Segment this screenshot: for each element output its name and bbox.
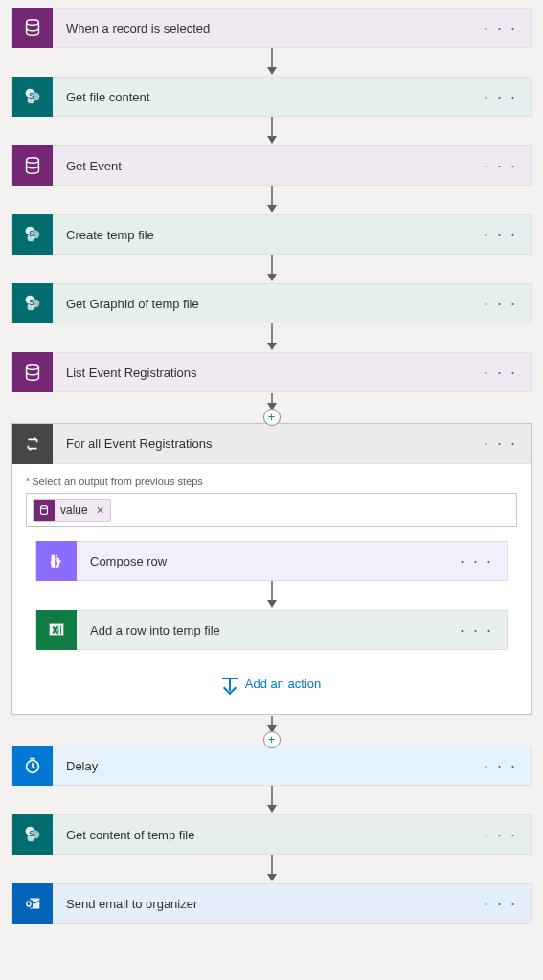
- sharepoint-icon: S: [12, 283, 53, 323]
- outlook-icon: [12, 883, 53, 924]
- foreach-body: *Select an output from previous steps va…: [12, 464, 531, 697]
- step-menu-button[interactable]: · · ·: [470, 756, 531, 776]
- svg-rect-31: [50, 624, 64, 636]
- step-title: List Event Registrations: [53, 366, 470, 380]
- step-foreach[interactable]: For all Event Registrations · · ·: [12, 424, 531, 464]
- svg-point-27: [41, 506, 48, 509]
- svg-marker-30: [267, 600, 277, 608]
- connector-arrow: [264, 117, 280, 145]
- step-send-email[interactable]: Send email to organizer · · ·: [11, 883, 532, 924]
- dataverse-icon: [12, 8, 53, 48]
- connector-arrow: [264, 255, 280, 283]
- svg-marker-2: [267, 67, 277, 75]
- flow-canvas: When a record is selected · · · S Get fi…: [11, 8, 532, 924]
- compose-icon: { }: [36, 541, 77, 581]
- token-value[interactable]: value ✕: [33, 499, 111, 522]
- svg-text:S: S: [29, 230, 34, 238]
- step-title: Get Event: [53, 159, 470, 173]
- svg-text:S: S: [29, 92, 34, 100]
- step-create-temp-file[interactable]: S Create temp file · · ·: [11, 214, 532, 255]
- token-label: value: [60, 503, 88, 517]
- connector-arrow: [264, 855, 280, 883]
- step-menu-button[interactable]: · · ·: [470, 18, 531, 38]
- dataverse-icon: [12, 145, 53, 186]
- step-title: Get GraphId of temp file: [53, 297, 470, 311]
- svg-point-9: [27, 158, 39, 164]
- dataverse-icon: [34, 500, 55, 521]
- add-action-button[interactable]: Add an action: [222, 677, 322, 691]
- step-menu-button[interactable]: · · ·: [446, 620, 507, 640]
- clock-icon: [12, 746, 53, 786]
- step-menu-button[interactable]: · · ·: [446, 551, 507, 571]
- svg-point-0: [27, 20, 39, 26]
- token-remove-button[interactable]: ✕: [96, 504, 104, 517]
- step-trigger[interactable]: When a record is selected · · ·: [11, 8, 532, 48]
- connector-arrow: [264, 581, 280, 610]
- step-get-temp-content[interactable]: S Get content of temp file · · ·: [11, 814, 532, 855]
- svg-marker-17: [267, 274, 277, 281]
- step-title: Get content of temp file: [53, 828, 470, 842]
- connector-arrow: [264, 186, 280, 214]
- step-compose-row[interactable]: { } Compose row · · ·: [35, 541, 508, 581]
- step-menu-button[interactable]: · · ·: [470, 294, 531, 314]
- sharepoint-icon: S: [12, 814, 53, 855]
- step-menu-button[interactable]: · · ·: [470, 156, 531, 176]
- step-title: Delay: [53, 759, 470, 773]
- step-delay[interactable]: Delay · · ·: [11, 746, 532, 786]
- svg-marker-8: [267, 136, 277, 144]
- add-action-label: Add an action: [245, 677, 322, 691]
- foreach-output-input[interactable]: value ✕: [26, 493, 517, 527]
- svg-marker-44: [267, 874, 277, 881]
- step-title: Create temp file: [53, 228, 470, 242]
- step-get-file-content[interactable]: S Get file content · · ·: [11, 77, 532, 117]
- sharepoint-icon: S: [12, 214, 53, 255]
- step-get-graphid[interactable]: S Get GraphId of temp file · · ·: [11, 283, 532, 323]
- step-get-event[interactable]: Get Event · · ·: [11, 145, 532, 186]
- step-title: Send email to organizer: [53, 897, 470, 911]
- step-title: Compose row: [77, 554, 446, 568]
- insert-step-button[interactable]: +: [263, 731, 281, 748]
- connector-arrow: [264, 48, 280, 77]
- step-title: For all Event Registrations: [53, 436, 470, 451]
- step-title: Get file content: [53, 90, 470, 104]
- foreach-inner-steps: { } Compose row · · · Add a row into tem…: [26, 541, 517, 691]
- loop-icon: [12, 424, 53, 464]
- svg-marker-23: [267, 343, 277, 350]
- connector-arrow: [264, 786, 280, 814]
- svg-text:{ }: { }: [52, 557, 60, 567]
- step-menu-button[interactable]: · · ·: [470, 825, 531, 845]
- foreach-container: For all Event Registrations · · · *Selec…: [11, 423, 532, 715]
- dataverse-icon: [12, 352, 53, 392]
- step-list-registrations[interactable]: List Event Registrations · · ·: [11, 352, 532, 392]
- svg-marker-11: [267, 205, 277, 212]
- field-label-text: Select an output from previous steps: [32, 476, 203, 487]
- step-menu-button[interactable]: · · ·: [470, 894, 531, 914]
- sharepoint-icon: S: [12, 77, 53, 117]
- svg-point-24: [27, 365, 39, 370]
- excel-icon: [36, 610, 77, 650]
- insert-step-button[interactable]: +: [263, 409, 281, 426]
- svg-text:S: S: [29, 299, 34, 307]
- svg-marker-38: [267, 805, 277, 813]
- field-label: *Select an output from previous steps: [26, 476, 517, 487]
- step-menu-button[interactable]: · · ·: [470, 225, 531, 245]
- connector-arrow: [264, 323, 280, 352]
- step-add-row[interactable]: Add a row into temp file · · ·: [35, 610, 508, 650]
- step-menu-button[interactable]: · · ·: [470, 434, 531, 454]
- svg-text:S: S: [29, 830, 34, 838]
- add-action-icon: [222, 678, 238, 691]
- step-menu-button[interactable]: · · ·: [470, 87, 531, 107]
- step-menu-button[interactable]: · · ·: [470, 363, 531, 383]
- step-title: When a record is selected: [53, 21, 470, 35]
- step-title: Add a row into temp file: [77, 623, 446, 637]
